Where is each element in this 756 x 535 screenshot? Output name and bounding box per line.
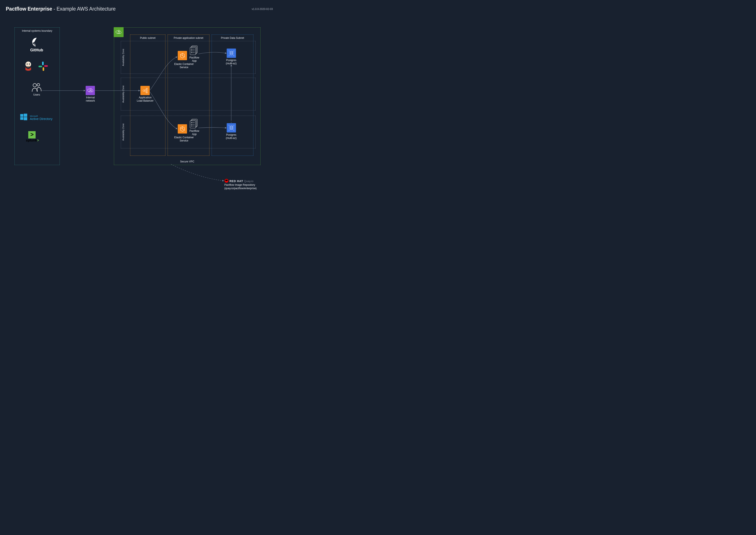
svg-rect-30 [190, 121, 196, 128]
az-label-3: Availability Zone [122, 116, 125, 148]
jenkins-icon [23, 60, 34, 71]
users-node [30, 83, 43, 94]
github-logo: GitHub [27, 38, 46, 52]
svg-rect-21 [190, 47, 196, 55]
svg-rect-3 [42, 62, 43, 65]
users-icon [31, 83, 42, 93]
svg-point-38 [230, 126, 233, 127]
data-subnet-label: Private Data Subnet [212, 37, 253, 40]
svg-rect-13 [90, 90, 92, 92]
svg-rect-12 [24, 117, 27, 120]
active-directory-logo: Microsoft Active Directory [20, 113, 61, 121]
page-title: Pactflow Enterprise - Example AWS Archit… [6, 6, 116, 12]
cloud-lock-icon [87, 87, 94, 94]
svg-point-40 [225, 180, 228, 181]
diagram-canvas: Pactflow Enterprise - Example AWS Archit… [0, 0, 279, 197]
windows-icon [20, 113, 28, 121]
app-node-2 [190, 119, 198, 129]
svg-point-7 [33, 83, 37, 87]
svg-point-2 [29, 64, 30, 65]
app-label-1: Pactflow App [188, 56, 201, 63]
svg-point-27 [191, 52, 192, 53]
svg-point-36 [191, 126, 192, 127]
title-subtitle: - Example AWS Architecture [52, 6, 116, 12]
splunk-label: splunk [26, 138, 37, 142]
postgres-node-1 [227, 48, 236, 58]
repo-line2: (quay.io/pactflow/enterprise) [224, 186, 272, 190]
postgres-label-2: Postgres (multi-az) [220, 133, 242, 140]
public-subnet-label: Public subnet [130, 37, 165, 40]
alb-label: Application Load Balancer [133, 96, 157, 102]
redhat-icon [224, 179, 229, 183]
users-label: Users [26, 93, 47, 97]
redhat-brand: RED HAT [230, 180, 243, 183]
load-balancer-icon [142, 87, 148, 94]
az-label-2: Availability Zone [122, 78, 125, 110]
splunk-icon: > [28, 131, 36, 138]
svg-point-18 [146, 92, 147, 93]
svg-rect-6 [44, 65, 48, 67]
ecs-node-1 [178, 51, 187, 60]
svg-rect-10 [24, 114, 27, 117]
image-repo: RED HAT Quay.io Pactflow Image Repositor… [224, 179, 272, 190]
title-strong: Pactflow Enterprise [6, 6, 52, 12]
svg-point-37 [230, 51, 233, 52]
jenkins-logo [23, 60, 34, 72]
ecs-icon [179, 52, 186, 59]
svg-rect-11 [20, 117, 23, 120]
svg-point-1 [27, 64, 28, 65]
splunk-logo: > splunk> [26, 131, 39, 142]
svg-point-34 [191, 122, 192, 123]
github-icon [32, 38, 42, 47]
ecs-label-2: Elastic Container Service [172, 136, 196, 142]
svg-point-17 [146, 90, 147, 91]
app-label-2: Pactflow App [188, 129, 201, 136]
github-label: GitHub [30, 48, 43, 52]
az-label-1: Availability Zone [122, 41, 125, 73]
database-icon [228, 50, 235, 57]
vpc-icon-badge [114, 27, 124, 37]
app-stack-icon [190, 119, 198, 129]
splunk-arrow: > [37, 138, 39, 142]
svg-point-8 [37, 83, 40, 86]
vpc-label: Secure VPC [114, 160, 260, 163]
app-stack-icon [190, 45, 198, 56]
svg-point-16 [146, 88, 147, 89]
app-subnet-label: Private application subnet [168, 37, 209, 40]
svg-rect-4 [39, 66, 42, 67]
alb-node [140, 86, 150, 95]
svg-point-15 [143, 90, 145, 92]
redhat-quay-logo: RED HAT Quay.io [224, 179, 272, 183]
internal-boundary-label: Internal systems boundary [15, 29, 60, 32]
postgres-label-1: Postgres (multi-az) [220, 59, 242, 65]
ecs-label-1: Elastic Container Service [172, 63, 196, 69]
svg-point-26 [191, 51, 192, 51]
quay-brand: Quay.io [244, 180, 253, 183]
svg-point-25 [191, 49, 192, 50]
slack-icon [38, 61, 48, 71]
svg-point-35 [191, 124, 192, 125]
database-icon [228, 125, 235, 131]
svg-rect-14 [118, 32, 120, 33]
ecs-node-2 [178, 124, 187, 133]
svg-rect-9 [20, 114, 23, 117]
svg-rect-5 [43, 67, 44, 71]
postgres-node-2 [227, 123, 236, 132]
ad-label: Active Directory [30, 117, 52, 121]
ecs-icon [179, 126, 186, 132]
cloud-shield-icon [115, 29, 122, 35]
internal-network-node [86, 86, 95, 95]
internal-network-label: Internal network [82, 96, 99, 102]
app-node-1 [190, 45, 198, 56]
slack-logo [38, 61, 48, 72]
repo-line1: Pactflow Image Repository [224, 183, 272, 186]
version-label: v1.0.0-2020-02-03 [252, 8, 273, 11]
